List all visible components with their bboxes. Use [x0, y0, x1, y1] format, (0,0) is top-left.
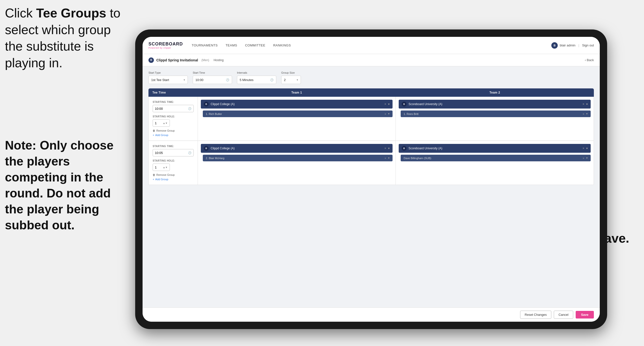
nav-tournaments[interactable]: TOURNAMENTS	[192, 42, 218, 48]
player1-x-icon[interactable]: ×	[385, 112, 386, 115]
starting-hole-label-2: STARTING HOLE:	[153, 159, 194, 162]
spinner-icon: ▾	[297, 78, 298, 81]
player2-right: × ▾	[583, 112, 588, 115]
nav-committee[interactable]: COMMITTEE	[245, 42, 266, 48]
group2-team2-player1[interactable]: Dave Billingham (SUB) × ▾	[401, 155, 591, 161]
group2-player2-chevron-icon[interactable]: ▾	[586, 156, 588, 160]
start-time-input[interactable]: 10:00 🕐	[193, 76, 232, 84]
group2-player1-chevron-icon[interactable]: ▾	[388, 156, 390, 160]
group1-team1-player1[interactable]: 1. Rich Butler × ▾	[203, 110, 392, 117]
back-link[interactable]: Back	[585, 58, 594, 62]
trash-icon-1: 🗑	[153, 129, 155, 132]
group1-time-col: STARTING TIME: 10:00 🕐 STARTING HOLE: 1 …	[149, 97, 198, 140]
add-group-button-2[interactable]: + Add Group	[153, 178, 194, 181]
reset-changes-button[interactable]: Reset Changes	[520, 311, 552, 319]
group2-team2-badge: B	[402, 146, 406, 151]
remove-group-button-2[interactable]: 🗑 Remove Group	[153, 173, 194, 176]
team1-chevron-icon[interactable]: ▾	[388, 102, 390, 106]
main-content: Start Type 1st Tee Start ▾ Start Time 10…	[142, 66, 600, 308]
group2-player2-x-icon[interactable]: ×	[583, 157, 584, 160]
group2-team2-card-left: B Scoreboard University (A)	[402, 146, 442, 151]
group2-time-col: STARTING TIME: 10:05 🕐 STARTING HOLE: 1 …	[149, 141, 198, 185]
time-icon-2: 🕐	[188, 151, 192, 154]
group2-team1-name: Clippd College (A)	[211, 147, 234, 150]
group2-team1-card-right: × ▾	[384, 147, 390, 150]
remove-group-label-1: Remove Group	[156, 129, 175, 132]
add-group-label-1: Add Group	[155, 134, 168, 137]
nav-teams[interactable]: TEAMS	[226, 42, 237, 48]
team2-card-left: B Scoreboard University (A)	[402, 102, 442, 107]
group1-team2-player1[interactable]: 1. Rees Britt × ▾	[401, 110, 591, 117]
team1-card-left: B Clippd College (A)	[204, 102, 234, 107]
group2-team1-player1[interactable]: 2. Blair McHarg × ▾	[203, 155, 392, 161]
starting-time-label-2: STARTING TIME:	[153, 145, 194, 148]
group2-team2-name: Scoreboard University (A)	[408, 147, 442, 150]
intervals-input[interactable]: 5 Minutes 🕐	[237, 76, 276, 84]
intervals-group: Intervals 5 Minutes 🕐	[237, 71, 276, 84]
save-button[interactable]: Save	[576, 311, 594, 319]
start-time-value: 10:00	[196, 78, 204, 82]
team1-x-icon[interactable]: ×	[384, 102, 386, 106]
starting-time-label-1: STARTING TIME:	[153, 101, 194, 103]
gender-badge: (Men)	[202, 58, 209, 62]
logo-text: SCOREBOARD	[148, 41, 183, 47]
team2-card-right: × ▾	[582, 102, 588, 106]
starting-time-input-1[interactable]: 10:00 🕐	[153, 105, 194, 112]
starting-hole-value-2: 1	[155, 166, 156, 169]
nav-rankings[interactable]: RANKINGS	[273, 42, 291, 48]
starting-hole-input-1[interactable]: 1 ▲▼	[153, 119, 170, 127]
group-size-input[interactable]: 2 ▾	[281, 76, 301, 84]
starting-time-input-2[interactable]: 10:05 🕐	[153, 149, 194, 156]
clock-icon-2: 🕐	[270, 78, 274, 81]
starting-time-value-2: 10:05	[155, 151, 163, 155]
user-avatar: B	[551, 42, 558, 49]
group2-team2-chevron-icon[interactable]: ▾	[586, 147, 588, 150]
player1-chevron-icon[interactable]: ▾	[388, 112, 390, 115]
group2-team1-card-left: B Clippd College (A)	[204, 146, 234, 151]
logo-sub: Powered by clippd	[148, 47, 183, 49]
group1-team2-name: Scoreboard University (A)	[408, 102, 442, 106]
group2-team2-x-icon[interactable]: ×	[582, 147, 584, 150]
group2-team2-card[interactable]: B Scoreboard University (A) × ▾	[399, 144, 591, 153]
team2-chevron-icon[interactable]: ▾	[586, 102, 588, 106]
starting-hole-label-1: STARTING HOLE:	[153, 115, 194, 118]
team1-badge: B	[204, 102, 209, 107]
player2-x-icon[interactable]: ×	[583, 112, 584, 115]
start-type-input[interactable]: 1st Tee Start ▾	[148, 76, 188, 84]
group2-team1-chevron-icon[interactable]: ▾	[388, 147, 390, 150]
player2-chevron-icon[interactable]: ▾	[586, 112, 588, 115]
clock-icon: 🕐	[226, 78, 229, 81]
top-nav: SCOREBOARD Powered by clippd TOURNAMENTS…	[142, 37, 600, 54]
plus-icon-1: +	[153, 134, 154, 137]
start-time-label: Start Time	[193, 71, 232, 74]
group2-team1-card[interactable]: B Clippd College (A) × ▾	[201, 144, 392, 153]
intervals-value: 5 Minutes	[240, 78, 254, 82]
intervals-label: Intervals	[237, 71, 276, 74]
start-type-label: Start Type	[148, 71, 188, 74]
chevron-down-icon: ▾	[184, 78, 185, 81]
team2-x-icon[interactable]: ×	[582, 102, 584, 106]
sign-out-link[interactable]: Sign out	[582, 43, 594, 47]
group1-team1-card[interactable]: B Clippd College (A) × ▾	[201, 100, 392, 108]
group1-team2-card[interactable]: B Scoreboard University (A) × ▾	[399, 100, 591, 108]
group1-team2-cell: B Scoreboard University (A) × ▾ 1. Rees …	[396, 97, 594, 140]
group2-team1-cell: B Clippd College (A) × ▾ 2. Blair McHarg…	[198, 141, 396, 185]
group-size-label: Group Size	[281, 71, 301, 74]
hole-spinner-1: ▲▼	[163, 122, 168, 124]
remove-group-button-1[interactable]: 🗑 Remove Group	[153, 129, 194, 132]
instruction-text: Click Tee Groups to select which group t…	[5, 5, 120, 71]
tablet-frame: SCOREBOARD Powered by clippd TOURNAMENTS…	[135, 29, 607, 329]
group2-player1-x-icon[interactable]: ×	[385, 157, 386, 160]
add-group-button-1[interactable]: + Add Group	[153, 134, 194, 137]
sub-header: B Clippd Spring Invitational (Men) Hosti…	[142, 54, 600, 66]
group2-player1-name: 2. Blair McHarg	[206, 157, 224, 160]
note-bold: Note: Only choose	[5, 138, 114, 152]
starting-time-value-1: 10:00	[155, 107, 163, 110]
cancel-button[interactable]: Cancel	[554, 311, 573, 319]
th-team1: Team 1	[198, 88, 396, 97]
starting-hole-input-2[interactable]: 1 ▲▼	[153, 164, 170, 171]
breadcrumb-icon: B	[148, 57, 154, 63]
group-size-group: Group Size 2 ▾	[281, 71, 301, 84]
group2-team1-x-icon[interactable]: ×	[384, 147, 386, 150]
start-options: Start Type 1st Tee Start ▾ Start Time 10…	[148, 71, 594, 84]
